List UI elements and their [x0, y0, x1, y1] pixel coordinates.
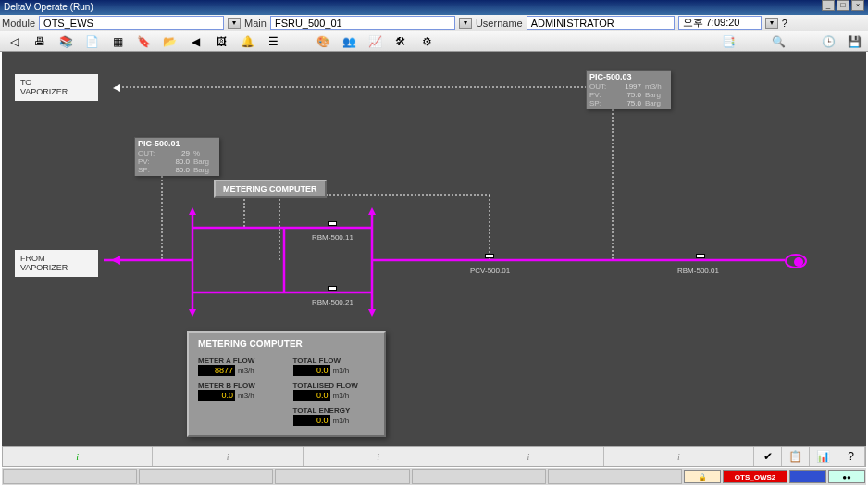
toolbar: ◁ 🖶 📚 📄 ▦ 🔖 📂 ◀ 🖼 🔔 ☰ 🎨 👥 📈 🛠 ⚙ 📑 🔍 🕒 💾 — [0, 31, 868, 52]
tags-icon[interactable]: 🔖 — [133, 33, 154, 50]
main-dropdown[interactable]: ▾ — [459, 18, 472, 29]
total-energy-value[interactable]: 0.0 — [293, 415, 330, 426]
svg-marker-18 — [111, 256, 120, 265]
page-icon[interactable]: 📄 — [81, 33, 102, 50]
main-label: Main — [244, 18, 267, 29]
alarm-list-icon[interactable]: 📋 — [782, 447, 810, 466]
meter-a-label: METER A FLOW — [198, 356, 280, 365]
total-flow-label: TOTAL FLOW — [293, 356, 376, 365]
rbm-500-11-valve[interactable] — [328, 221, 337, 226]
meter-a-value[interactable]: 8877 — [198, 365, 235, 376]
status-bar: i i i i i ✔ 📋 📊 ? — [2, 446, 866, 467]
status-pill-1[interactable]: 🔒 — [684, 470, 721, 483]
station-pill[interactable]: OTS_OWS2 — [723, 470, 787, 483]
module-dropdown[interactable]: ▾ — [228, 18, 241, 29]
totalised-flow-value[interactable]: 0.0 — [293, 390, 330, 401]
zoom-icon[interactable]: 🔍 — [768, 33, 788, 50]
status-cell-3[interactable]: i — [304, 447, 453, 466]
search-icon[interactable]: 📑 — [718, 33, 738, 50]
clock-icon[interactable]: 🕒 — [818, 33, 838, 50]
gears-icon[interactable]: ⚙ — [416, 33, 437, 50]
alarm-summary-icon[interactable]: 📊 — [810, 447, 837, 466]
metering-panel: METERING COMPUTER METER A FLOW 8877m3/h … — [187, 331, 386, 437]
status-cell-2[interactable]: i — [153, 447, 303, 466]
wires — [2, 52, 866, 446]
time-dropdown[interactable]: ▾ — [765, 18, 778, 29]
metering-computer-tag[interactable]: METERING COMPUTER — [214, 180, 327, 198]
bottom-seg-5[interactable] — [548, 469, 682, 484]
header-bar: Module OTS_EWS ▾ Main FSRU_500_01 ▾ User… — [0, 15, 868, 31]
style-icon[interactable]: 🎨 — [313, 33, 333, 50]
status-cell-5[interactable]: i — [604, 447, 754, 466]
bottom-seg-1[interactable] — [3, 469, 137, 484]
username-label: Username — [476, 18, 523, 29]
main-field[interactable]: FSRU_500_01 — [270, 16, 455, 30]
svg-marker-15 — [189, 309, 196, 317]
picture-icon[interactable]: 🖼 — [211, 33, 231, 50]
rbm-500-21-label: RBM-500.21 — [312, 298, 353, 306]
print-icon[interactable]: 🖶 — [30, 33, 50, 50]
maximize-button[interactable]: □ — [837, 0, 849, 11]
prev-icon[interactable]: ◀ — [185, 33, 205, 50]
metering-panel-title: METERING COMPUTER — [198, 339, 375, 349]
to-vaporizer-label: TO VAPORIZER — [15, 74, 98, 101]
status-cell-4[interactable]: i — [453, 447, 603, 466]
minimize-button[interactable]: _ — [822, 0, 835, 11]
pid-canvas: TO VAPORIZER FROM VAPORIZER PIC-500.01 O… — [2, 52, 866, 446]
totalised-flow-label: TOTALISED FLOW — [293, 381, 376, 390]
rbm-500-01-label: RBM-500.01 — [677, 267, 719, 275]
status-pill-2[interactable] — [789, 470, 826, 483]
status-pill-3[interactable]: ●● — [828, 470, 865, 483]
bottom-seg-3[interactable] — [275, 469, 409, 484]
list-icon[interactable]: ☰ — [263, 33, 283, 50]
module-label: Module — [2, 18, 35, 29]
bottom-bar: 🔒 OTS_OWS2 ●● — [2, 468, 866, 485]
meter-b-label: METER B FLOW — [198, 381, 280, 390]
pic-500-01-faceplate[interactable]: PIC-500.01 OUT:29% PV:80.0Barg SP:80.0Ba… — [134, 137, 219, 176]
window-title: DeltaV Operate (Run) — [4, 0, 93, 15]
bottom-seg-2[interactable] — [139, 469, 273, 484]
grid-icon[interactable]: ▦ — [107, 33, 128, 50]
bottom-seg-4[interactable] — [412, 469, 546, 484]
username-field: ADMINISTRATOR — [527, 16, 675, 30]
books-icon[interactable]: 📚 — [56, 33, 76, 50]
export-icon[interactable]: 💾 — [844, 33, 864, 50]
close-button[interactable]: × — [851, 0, 864, 11]
total-energy-label: TOTAL ENERGY — [293, 406, 376, 415]
pic-500-03-faceplate[interactable]: PIC-500.03 OUT:1997m3/h PV:75.0Barg SP:7… — [586, 70, 671, 109]
back-icon[interactable]: ◁ — [4, 33, 24, 50]
help-button[interactable]: ? — [782, 18, 787, 29]
help-icon[interactable]: ? — [837, 447, 865, 466]
pcv-500-01-valve[interactable] — [485, 254, 494, 258]
window-titlebar: DeltaV Operate (Run) _ □ × — [0, 0, 868, 15]
rbm-500-01-valve[interactable] — [696, 254, 705, 258]
svg-marker-16 — [368, 207, 376, 215]
svg-marker-14 — [189, 207, 196, 215]
rbm-500-21-valve[interactable] — [328, 286, 337, 291]
module-field[interactable]: OTS_EWS — [39, 16, 224, 30]
bell-icon[interactable]: 🔔 — [237, 33, 257, 50]
line-terminator — [785, 254, 807, 268]
from-vaporizer-label: FROM VAPORIZER — [15, 250, 98, 277]
pcv-500-01-label: PCV-500.01 — [470, 267, 510, 275]
tool-icon[interactable]: 🛠 — [391, 33, 411, 50]
folder-icon[interactable]: 📂 — [159, 33, 180, 50]
flow-arrow-icon — [113, 84, 120, 92]
total-flow-value[interactable]: 0.0 — [293, 365, 330, 376]
users-icon[interactable]: 👥 — [339, 33, 359, 50]
meter-b-value[interactable]: 0.0 — [198, 390, 235, 401]
rbm-500-11-label: RBM-500.11 — [312, 233, 353, 242]
svg-marker-17 — [368, 309, 376, 317]
status-cell-1[interactable]: i — [3, 447, 153, 466]
trend-icon[interactable]: 📈 — [365, 33, 385, 50]
alarm-ack-icon[interactable]: ✔ — [754, 447, 782, 466]
time-field: 오후 7:09:20 — [678, 16, 762, 30]
